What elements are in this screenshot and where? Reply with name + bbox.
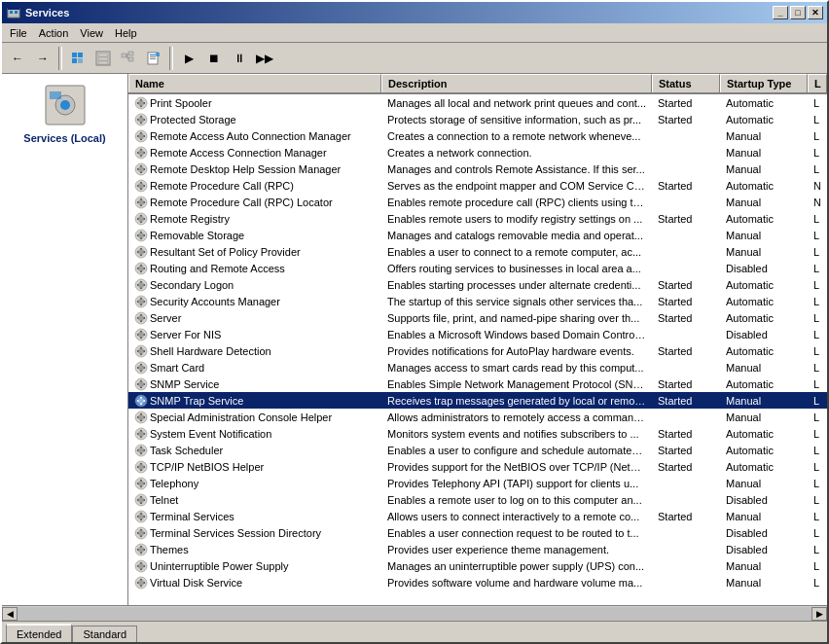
col-header-logon[interactable]: L [808, 74, 827, 92]
pause-button[interactable]: ⏸ [228, 47, 251, 70]
cell-service-desc: Creates a connection to a remote network… [381, 129, 652, 143]
col-header-status[interactable]: Status [652, 74, 720, 92]
table-row[interactable]: Virtual Disk Service Provides software v… [128, 574, 827, 590]
tab-standard[interactable]: Standard [72, 626, 137, 643]
svg-point-82 [138, 249, 144, 255]
table-row[interactable]: Remote Procedure Call (RPC) Locator Enab… [128, 194, 827, 210]
svg-rect-151 [137, 433, 139, 435]
service-icon [134, 113, 148, 126]
tree-button[interactable] [117, 47, 140, 70]
table-row[interactable]: Removable Storage Manages and catalogs r… [128, 227, 827, 243]
table-row[interactable]: Uninterruptible Power Supply Manages an … [128, 557, 827, 574]
cell-service-status [652, 367, 720, 369]
cell-service-logon: L [808, 311, 827, 325]
table-row[interactable]: Print Spooler Manages all local and netw… [128, 94, 827, 111]
maximize-button[interactable]: □ [790, 6, 806, 19]
svg-point-124 [138, 365, 144, 371]
cell-service-startup: Manual [720, 559, 808, 573]
cell-service-status [652, 268, 720, 269]
table-row[interactable]: Protected Storage Protects storage of se… [128, 111, 827, 127]
svg-rect-12 [98, 61, 108, 64]
table-row[interactable]: Special Administration Console Helper Al… [128, 409, 827, 425]
svg-rect-107 [140, 314, 142, 316]
svg-rect-30 [140, 105, 142, 107]
svg-rect-97 [137, 284, 139, 286]
back-button[interactable]: ← [6, 47, 29, 70]
table-row[interactable]: Smart Card Manages access to smart cards… [128, 359, 827, 376]
col-header-description[interactable]: Description [381, 74, 652, 92]
forward-button[interactable]: → [31, 47, 54, 70]
scroll-left-button[interactable]: ◀ [2, 607, 18, 621]
table-row[interactable]: Server For NIS Enables a Microsoft Windo… [128, 326, 827, 342]
table-row[interactable]: Remote Access Connection Manager Creates… [128, 144, 827, 161]
list-body[interactable]: Print Spooler Manages all local and netw… [128, 94, 827, 605]
cell-service-startup: Disabled [720, 493, 808, 507]
table-row[interactable]: SNMP Trap Service Receives trap messages… [128, 392, 827, 409]
minimize-button[interactable]: _ [773, 6, 788, 19]
service-icon [134, 196, 148, 209]
up-button[interactable] [66, 47, 90, 70]
table-row[interactable]: Remote Registry Enables remote users to … [128, 210, 827, 227]
table-row[interactable]: Remote Desktop Help Session Manager Mana… [128, 161, 827, 177]
svg-rect-80 [144, 234, 146, 236]
list-header: Name Description Status Startup Type L [128, 74, 827, 94]
svg-rect-2 [10, 11, 13, 14]
sidebar: Services (Local) [2, 74, 128, 605]
svg-rect-119 [140, 347, 142, 349]
svg-rect-22 [156, 53, 160, 56]
cell-service-status: Started [652, 444, 720, 457]
col-header-startup[interactable]: Startup Type [720, 74, 808, 92]
svg-rect-126 [140, 370, 142, 372]
svg-rect-186 [140, 535, 142, 537]
svg-rect-155 [140, 447, 142, 448]
table-row[interactable]: Task Scheduler Enables a user to configu… [128, 442, 827, 458]
table-row[interactable]: Routing and Remote Access Offers routing… [128, 260, 827, 276]
restart-button[interactable]: ▶▶ [253, 47, 276, 70]
cell-service-desc: Enables starting processes under alterna… [381, 278, 652, 292]
menu-file[interactable]: File [4, 25, 33, 41]
show-button[interactable] [91, 47, 115, 70]
svg-rect-71 [140, 215, 142, 217]
table-row[interactable]: Terminal Services Session Directory Enab… [128, 524, 827, 541]
table-row[interactable]: Telnet Enables a remote user to log on t… [128, 491, 827, 508]
cell-service-name: TCP/IP NetBIOS Helper [128, 459, 381, 475]
svg-rect-137 [140, 397, 142, 399]
horizontal-scrollbar[interactable]: ◀ ▶ [2, 605, 827, 621]
table-row[interactable]: Terminal Services Allows users to connec… [128, 508, 827, 524]
cell-service-name: SNMP Trap Service [128, 393, 381, 409]
table-row[interactable]: Server Supports file, print, and named-p… [128, 309, 827, 326]
svg-rect-181 [137, 516, 139, 518]
service-icon [134, 146, 148, 160]
svg-rect-21 [150, 58, 156, 59]
table-row[interactable]: Resultant Set of Policy Provider Enables… [128, 243, 827, 260]
bottom-bar: Extended Standard [2, 621, 827, 642]
table-row[interactable]: Themes Provides user experience theme ma… [128, 541, 827, 557]
svg-rect-41 [140, 132, 142, 134]
tab-extended[interactable]: Extended [6, 624, 72, 643]
close-button[interactable]: ✕ [808, 6, 823, 19]
play-button[interactable]: ▶ [177, 47, 200, 70]
export-button[interactable] [142, 47, 165, 70]
table-row[interactable]: Shell Hardware Detection Provides notifi… [128, 342, 827, 359]
cell-service-status [652, 483, 720, 484]
svg-rect-6 [78, 53, 83, 57]
service-icon [134, 129, 148, 143]
table-row[interactable]: Remote Access Auto Connection Manager Cr… [128, 127, 827, 144]
svg-rect-157 [137, 449, 139, 451]
menu-action[interactable]: Action [33, 25, 75, 41]
table-row[interactable]: Secondary Logon Enables starting process… [128, 276, 827, 293]
table-row[interactable]: SNMP Service Enables Simple Network Mana… [128, 376, 827, 392]
table-row[interactable]: Security Accounts Manager The startup of… [128, 293, 827, 309]
cell-service-name: Print Spooler [128, 95, 381, 111]
svg-rect-53 [140, 165, 142, 167]
menu-help[interactable]: Help [109, 25, 143, 41]
cell-service-desc: Provides Telephony API (TAPI) support fo… [381, 477, 652, 490]
table-row[interactable]: System Event Notification Monitors syste… [128, 425, 827, 442]
table-row[interactable]: Remote Procedure Call (RPC) Serves as th… [128, 177, 827, 194]
stop-button[interactable]: ⏹ [202, 47, 226, 70]
col-header-name[interactable]: Name [128, 74, 381, 92]
table-row[interactable]: Telephony Provides Telephony API (TAPI) … [128, 475, 827, 491]
scroll-right-button[interactable]: ▶ [811, 607, 827, 621]
table-row[interactable]: TCP/IP NetBIOS Helper Provides support f… [128, 458, 827, 475]
menu-view[interactable]: View [74, 25, 109, 41]
